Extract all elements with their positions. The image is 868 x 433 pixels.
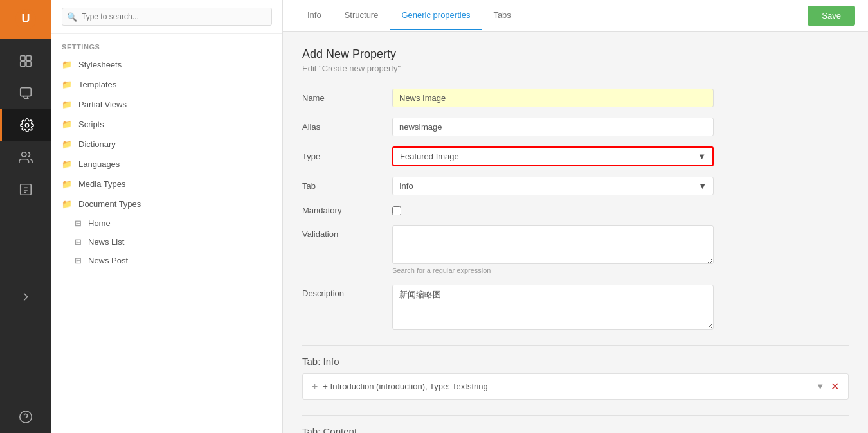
sidebar-item-stylesheets[interactable]: 📁 Stylesheets	[51, 55, 282, 75]
sidebar-label-news-post: News Post	[88, 256, 128, 265]
property-add-icon: +	[312, 381, 318, 393]
svg-rect-2	[21, 56, 25, 60]
sidebar-label-news-list: News List	[88, 237, 124, 247]
folder-icon: 📁	[62, 199, 72, 209]
tab-select-arrow-icon: ▼	[692, 181, 713, 191]
folder-icon: 📁	[62, 179, 72, 189]
svg-point-8	[22, 152, 26, 157]
sidebar-item-scripts[interactable]: 📁 Scripts	[51, 114, 282, 134]
svg-rect-6	[21, 88, 32, 96]
sidebar-item-news-post[interactable]: ⊞ News Post	[51, 251, 282, 270]
type-select-arrow-icon: ▼	[691, 152, 712, 161]
tab-generic-properties[interactable]: Generic properties	[390, 1, 482, 30]
tab-select[interactable]: Info Content SEO	[393, 177, 692, 195]
users-nav-item[interactable]	[0, 141, 51, 173]
section-title: Add New Property	[302, 48, 849, 61]
folder-icon: 📁	[62, 80, 72, 89]
property-text-introduction: + Introduction (introduction), Type: Tex…	[323, 382, 487, 391]
deploy-nav-item[interactable]	[0, 281, 51, 313]
save-button[interactable]: Save	[808, 6, 855, 26]
grid-icon: ⊞	[75, 256, 82, 265]
type-select-wrapper: Featured Image Textstring Textarea Rich …	[392, 146, 714, 166]
name-input[interactable]	[392, 89, 714, 107]
name-label: Name	[302, 93, 392, 103]
svg-point-13	[20, 411, 32, 423]
description-label: Description	[302, 285, 392, 298]
app-logo[interactable]: U	[0, 0, 51, 39]
tab-content-section-title: Tab: Content	[302, 426, 849, 433]
tab-info-section-title: Tab: Info	[302, 356, 849, 367]
property-row-left: + + Introduction (introduction), Type: T…	[312, 381, 488, 393]
property-row-right: ▼ ✕	[816, 380, 839, 393]
mandatory-label: Mandatory	[302, 206, 392, 215]
content-nav-item[interactable]	[0, 45, 51, 77]
sidebar-item-media-types[interactable]: 📁 Media Types	[51, 174, 282, 194]
description-textarea[interactable]: 新闻缩略图	[392, 285, 714, 330]
sidebar-label-media-types: Media Types	[78, 179, 125, 189]
grid-icon: ⊞	[75, 237, 82, 247]
sidebar-label-partial-views: Partial Views	[78, 100, 127, 109]
mandatory-checkbox[interactable]	[392, 206, 401, 215]
tab-field-group: Tab Info Content SEO ▼	[302, 177, 849, 195]
folder-icon: 📁	[62, 100, 72, 109]
tab-info[interactable]: Info	[296, 1, 333, 30]
main-area: Info Structure Generic properties Tabs S…	[283, 0, 868, 433]
tab-bar: Info Structure Generic properties Tabs	[296, 1, 523, 30]
sidebar-item-home[interactable]: ⊞ Home	[51, 214, 282, 233]
sidebar-item-templates[interactable]: 📁 Templates	[51, 75, 282, 94]
sidebar-item-languages[interactable]: 📁 Languages	[51, 154, 282, 174]
sidebar: 🔍 SETTINGS 📁 Stylesheets 📁 Templates 📁 P…	[51, 0, 283, 433]
top-bar: Info Structure Generic properties Tabs S…	[283, 0, 868, 32]
mandatory-field-group: Mandatory	[302, 206, 849, 215]
sidebar-label-home: Home	[88, 218, 111, 228]
svg-rect-9	[21, 184, 32, 195]
folder-icon: 📁	[62, 159, 72, 169]
type-field-group: Type Featured Image Textstring Textarea …	[302, 146, 849, 166]
svg-rect-3	[26, 56, 31, 60]
settings-nav-item[interactable]	[0, 109, 51, 141]
mandatory-checkbox-group	[392, 206, 401, 215]
description-field-group: Description 新闻缩略图	[302, 285, 849, 330]
property-remove-icon[interactable]: ✕	[831, 380, 839, 393]
alias-input[interactable]	[392, 118, 714, 136]
sidebar-label-dictionary: Dictionary	[78, 139, 116, 149]
type-select[interactable]: Featured Image Textstring Textarea Rich …	[393, 148, 691, 165]
validation-label: Validation	[302, 225, 392, 239]
forms-nav-item[interactable]	[0, 173, 51, 206]
sidebar-item-dictionary[interactable]: 📁 Dictionary	[51, 134, 282, 154]
svg-rect-5	[26, 62, 31, 66]
sidebar-label-stylesheets: Stylesheets	[78, 60, 122, 69]
validation-textarea[interactable]	[392, 225, 714, 264]
folder-icon: 📁	[62, 119, 72, 129]
icon-bar: U	[0, 0, 51, 433]
sidebar-item-partial-views[interactable]: 📁 Partial Views	[51, 94, 282, 114]
tab-select-wrapper: Info Content SEO ▼	[392, 177, 714, 195]
tab-tabs[interactable]: Tabs	[482, 1, 522, 30]
sidebar-label-templates: Templates	[78, 80, 116, 89]
svg-rect-4	[21, 62, 25, 66]
search-input[interactable]	[62, 8, 272, 26]
folder-icon: 📁	[62, 139, 72, 149]
search-icon: 🔍	[67, 12, 77, 22]
validation-field-group: Validation Search for a regular expressi…	[302, 225, 849, 274]
type-label: Type	[302, 152, 392, 161]
sidebar-label-languages: Languages	[78, 159, 120, 169]
tab-structure[interactable]: Structure	[333, 1, 390, 30]
tab-content-section: Tab: Content	[302, 415, 849, 433]
settings-section-label: SETTINGS	[51, 34, 282, 55]
svg-point-7	[25, 123, 29, 127]
help-nav-item[interactable]	[0, 401, 51, 433]
validation-group: Search for a regular expression	[392, 225, 714, 274]
grid-icon: ⊞	[75, 218, 82, 228]
property-row-introduction: + + Introduction (introduction), Type: T…	[302, 373, 849, 400]
sidebar-item-document-types[interactable]: 📁 Document Types	[51, 194, 282, 214]
svg-text:U: U	[22, 12, 30, 25]
section-subtitle: Edit "Create new property"	[302, 64, 849, 73]
search-bar: 🔍	[51, 0, 282, 34]
alias-label: Alias	[302, 122, 392, 132]
sidebar-item-news-list[interactable]: ⊞ News List	[51, 233, 282, 251]
tab-info-section: Tab: Info + + Introduction (introduction…	[302, 345, 849, 400]
media-nav-item[interactable]	[0, 77, 51, 109]
tab-label: Tab	[302, 181, 392, 191]
property-chevron-down-icon[interactable]: ▼	[816, 382, 824, 391]
